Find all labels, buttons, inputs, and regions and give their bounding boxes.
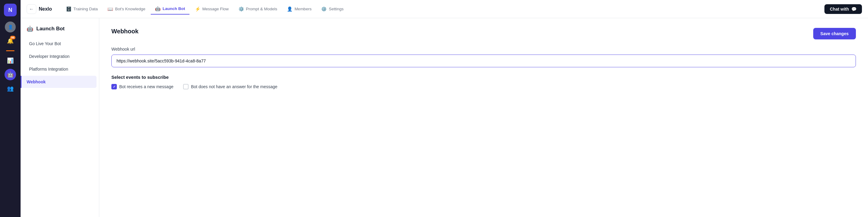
launch-bot-icon: 🤖 (155, 6, 161, 11)
event-no-answer[interactable]: Bot does not have an answer for the mess… (183, 84, 278, 89)
user-avatar: 👤 (5, 22, 16, 32)
tab-members[interactable]: 👤 Members (283, 4, 316, 14)
sidebar-title: Launch Bot (36, 26, 65, 32)
event-no-answer-checkbox[interactable] (183, 84, 189, 89)
event-new-message[interactable]: Bot receives a new message (112, 84, 174, 89)
nav-tabs: 🗄️ Training Data 📖 Bot's Knowledge 🤖 Lau… (62, 4, 822, 15)
sidebar-item-webhook[interactable]: Webhook (21, 76, 97, 88)
sidebar-item-platforms[interactable]: Platforms Integration (23, 63, 97, 75)
members-icon: 👤 (287, 6, 293, 12)
notification-badge: 99 (10, 36, 16, 39)
bots-knowledge-icon: 📖 (107, 6, 113, 12)
chat-button-icon: 💬 (851, 7, 857, 11)
event-new-message-checkbox[interactable] (112, 84, 117, 89)
settings-icon: ⚙️ (321, 6, 327, 12)
content-header: Webhook Save changes (112, 28, 856, 39)
bot-icon[interactable]: 🤖 (4, 69, 16, 80)
tab-settings[interactable]: ⚙️ Settings (317, 4, 348, 14)
tab-prompt-models[interactable]: ⚙️ Prompt & Models (234, 4, 282, 14)
tab-bots-knowledge[interactable]: 📖 Bot's Knowledge (103, 4, 150, 14)
main-wrapper: ← Nexlo 🗄️ Training Data 📖 Bot's Knowled… (21, 0, 868, 217)
sidebar-header: 🤖 Launch Bot (21, 23, 99, 37)
webhook-url-input[interactable] (112, 55, 856, 67)
back-button[interactable]: ← (27, 4, 36, 14)
message-flow-icon: ⚡ (195, 6, 200, 12)
tab-training-data[interactable]: 🗄️ Training Data (62, 4, 102, 14)
chat-button[interactable]: Chat with 💬 (825, 4, 862, 14)
webhook-url-label: Webhook url (112, 47, 856, 52)
prompt-models-icon: ⚙️ (239, 6, 244, 12)
body-layout: 🤖 Launch Bot Go Live Your Bot Developer … (21, 18, 868, 217)
sidebar: 🤖 Launch Bot Go Live Your Bot Developer … (21, 18, 99, 217)
users-icon[interactable]: 👥 (4, 83, 16, 94)
sidebar-header-icon: 🤖 (27, 25, 33, 32)
events-label: Select events to subscribe (112, 75, 856, 80)
content-area: Webhook Save changes Webhook url Select … (99, 18, 868, 217)
sidebar-item-developer[interactable]: Developer Integration (23, 50, 97, 62)
save-button[interactable]: Save changes (813, 28, 856, 39)
app-title: Nexlo (39, 6, 52, 12)
chart-icon[interactable]: 📊 (4, 55, 16, 66)
icon-rail: N 👤 🔔 99 📊 🤖 👥 (0, 0, 21, 217)
topnav: ← Nexlo 🗄️ Training Data 📖 Bot's Knowled… (21, 0, 868, 18)
app-logo[interactable]: N (4, 4, 17, 16)
events-checkboxes: Bot receives a new message Bot does not … (112, 84, 856, 89)
page-title: Webhook (112, 28, 138, 35)
tab-message-flow[interactable]: ⚡ Message Flow (191, 4, 233, 14)
training-data-icon: 🗄️ (66, 6, 72, 12)
avatar-icon[interactable]: 👤 (4, 21, 16, 33)
bell-icon[interactable]: 🔔 99 (4, 35, 16, 47)
sidebar-item-go-live[interactable]: Go Live Your Bot (23, 37, 97, 50)
tab-launch-bot[interactable]: 🤖 Launch Bot (151, 4, 189, 15)
rail-divider (6, 50, 14, 51)
